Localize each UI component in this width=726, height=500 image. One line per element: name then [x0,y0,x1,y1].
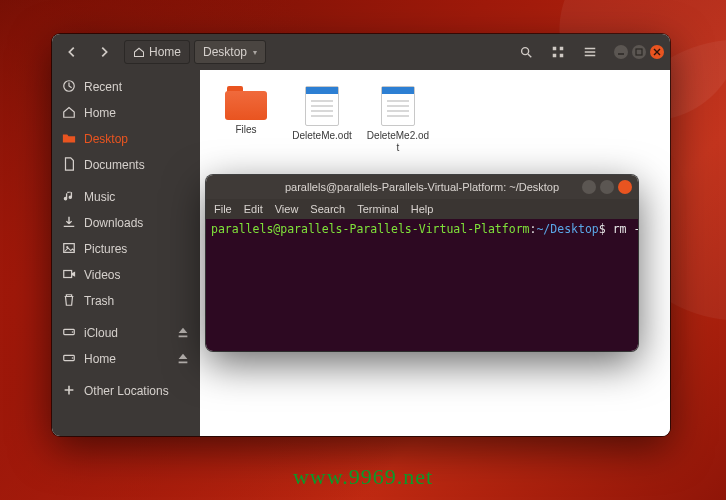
sidebar-item-label: Pictures [84,242,127,256]
svg-rect-2 [560,47,564,51]
sidebar-item-other-locations[interactable]: Other Locations [52,378,200,404]
sidebar-item-pictures[interactable]: Pictures [52,236,200,262]
close-icon [653,48,661,56]
folder-item[interactable]: Files [214,86,278,136]
music-icon [62,189,76,206]
maximize-icon [635,48,643,56]
terminal-menu-edit[interactable]: Edit [244,203,263,215]
file-manager-headerbar: Home Desktop ▾ [52,34,670,70]
svg-point-0 [522,48,529,55]
forward-button[interactable] [90,40,118,64]
minimize-button[interactable] [582,180,596,194]
document-icon [305,86,339,126]
search-button[interactable] [512,40,540,64]
home-icon [133,46,145,58]
clock-icon [62,79,76,96]
sidebar-item-downloads[interactable]: Downloads [52,210,200,236]
prompt-user-host: parallels@parallels-Parallels-Virtual-Pl… [211,222,530,236]
image-icon [62,241,76,258]
folder-icon [225,86,267,120]
sidebar-item-label: Other Locations [84,384,169,398]
svg-point-11 [72,331,74,333]
prompt-sigil: $ [599,222,606,236]
svg-rect-4 [560,54,564,58]
close-button[interactable] [650,45,664,59]
sidebar-item-label: Music [84,190,115,204]
terminal-titlebar[interactable]: parallels@parallels-Parallels-Virtual-Pl… [206,175,638,199]
sidebar-item-label: Downloads [84,216,143,230]
sidebar-item-label: Home [84,106,116,120]
sidebar-item-label: iCloud [84,326,118,340]
sidebar-item-label: Videos [84,268,120,282]
pathbar: Home Desktop ▾ [124,40,266,64]
plus-icon [62,383,76,400]
eject-button[interactable] [176,351,190,368]
hamburger-menu-button[interactable] [576,40,604,64]
path-segment-home[interactable]: Home [124,40,190,64]
sidebar-item-icloud[interactable]: iCloud [52,320,200,346]
terminal-menu-terminal[interactable]: Terminal [357,203,399,215]
dropdown-triangle-icon: ▾ [253,48,257,57]
minimize-button[interactable] [614,45,628,59]
svg-rect-1 [553,47,557,51]
file-name-label: DeleteMe2.odt [366,130,430,153]
back-button[interactable] [58,40,86,64]
sidebar-item-documents[interactable]: Documents [52,152,200,178]
document-icon [381,86,415,126]
sidebar-item-desktop[interactable]: Desktop [52,126,200,152]
sidebar-item-videos[interactable]: Videos [52,262,200,288]
grid-icon [551,45,565,59]
path-segment-label: Desktop [203,45,247,59]
close-button[interactable] [618,180,632,194]
svg-point-13 [72,357,74,359]
chevron-right-icon [97,45,111,59]
sidebar-item-label: Home [84,352,116,366]
terminal-menubar: FileEditViewSearchTerminalHelp [206,199,638,219]
sidebar-item-label: Documents [84,158,145,172]
trash-icon [62,293,76,310]
minimize-icon [617,48,625,56]
maximize-button[interactable] [632,45,646,59]
terminal-body[interactable]: parallels@parallels-Parallels-Virtual-Pl… [206,219,638,351]
file-name-label: Files [214,124,278,136]
sidebar-item-label: Recent [84,80,122,94]
chevron-left-icon [65,45,79,59]
window-controls [582,180,632,194]
sidebar-item-music[interactable]: Music [52,184,200,210]
sidebar-item-label: Desktop [84,132,128,146]
drive-icon [62,325,76,342]
path-segment-current[interactable]: Desktop ▾ [194,40,266,64]
prompt-path: ~/Desktop [536,222,598,236]
home-icon [62,105,76,122]
video-icon [62,267,76,284]
terminal-menu-help[interactable]: Help [411,203,434,215]
sidebar: RecentHomeDesktopDocumentsMusicDownloads… [52,70,200,436]
prompt-command: rm -r Files/* [613,222,638,236]
drive-icon [62,351,76,368]
download-icon [62,215,76,232]
watermark-text: www.9969.net [0,464,726,490]
doc-icon [62,157,76,174]
svg-rect-5 [636,49,642,55]
path-segment-label: Home [149,45,181,59]
view-grid-button[interactable] [544,40,572,64]
sidebar-item-recent[interactable]: Recent [52,74,200,100]
terminal-menu-file[interactable]: File [214,203,232,215]
maximize-button[interactable] [600,180,614,194]
sidebar-item-trash[interactable]: Trash [52,288,200,314]
desktop-background: Home Desktop ▾ [0,0,726,500]
sidebar-item-home[interactable]: Home [52,100,200,126]
svg-rect-3 [553,54,557,58]
terminal-window: parallels@parallels-Parallels-Virtual-Pl… [206,175,638,351]
sidebar-item-home[interactable]: Home [52,346,200,372]
document-item[interactable]: DeleteMe2.odt [366,86,430,153]
eject-button[interactable] [176,325,190,342]
document-item[interactable]: DeleteMe.odt [290,86,354,142]
hamburger-icon [583,45,597,59]
folder-icon [62,131,76,148]
terminal-menu-view[interactable]: View [275,203,299,215]
sidebar-item-label: Trash [84,294,114,308]
svg-rect-9 [64,270,72,277]
window-controls [614,45,664,59]
terminal-menu-search[interactable]: Search [310,203,345,215]
